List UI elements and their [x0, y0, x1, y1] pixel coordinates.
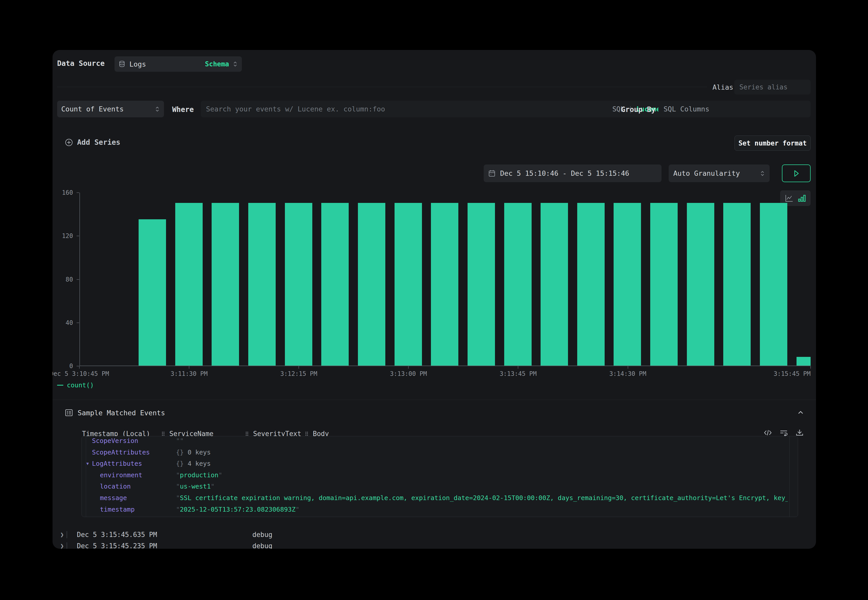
x-tick-mark: [628, 366, 628, 369]
json-row[interactable]: ▼LogAttributes{} 4 keys: [82, 458, 788, 469]
x-axis: Dec 5 3:10:45 PM3:11:30 PM3:12:15 PM3:13…: [79, 366, 810, 382]
bar: [431, 203, 458, 365]
schema-link[interactable]: Schema: [205, 60, 229, 68]
event-rows: ❯Dec 5 3:15:45.635 PMdebug❯Dec 5 3:15:45…: [53, 528, 816, 549]
bar: [285, 203, 312, 365]
bar: [504, 203, 532, 365]
aggregation-value: Count of Events: [61, 105, 124, 113]
json-row[interactable]: message"SSL certificate expiration warni…: [82, 492, 788, 504]
legend-series-label: count(): [67, 382, 94, 389]
bar: [175, 203, 203, 365]
add-series-button[interactable]: Add Series: [65, 138, 120, 147]
bar: [687, 203, 714, 365]
download-icon[interactable]: [795, 429, 804, 437]
x-tick-mark: [408, 366, 409, 369]
bar: [797, 357, 810, 365]
bar: [577, 203, 604, 365]
bar: [248, 203, 276, 365]
bar: [723, 203, 751, 365]
y-tick-mark: [77, 236, 79, 236]
x-tick-mark: [810, 366, 811, 369]
json-row[interactable]: timestamp"2025-12-05T13:57:23.082306893Z…: [82, 504, 788, 515]
collapse-section-icon[interactable]: [797, 409, 804, 416]
bar: [321, 203, 349, 365]
y-tick-mark: [77, 323, 79, 323]
aggregation-select[interactable]: Count of Events: [57, 101, 164, 117]
json-value: "production": [176, 470, 223, 481]
bar: [468, 203, 495, 365]
group-by-label: Group By: [621, 105, 656, 114]
time-range-value: Dec 5 15:10:46 - Dec 5 15:15:46: [500, 169, 629, 177]
alias-label: Alias: [712, 83, 733, 91]
json-row[interactable]: ScopeVersion"": [82, 436, 788, 447]
event-row[interactable]: ❯Dec 5 3:15:45.635 PMdebug: [53, 529, 816, 540]
calendar-icon: [488, 170, 495, 177]
x-tick-label: 3:15:45 PM: [774, 370, 811, 377]
row-severity-bar: [67, 542, 67, 549]
granularity-select[interactable]: Auto Granularity: [669, 165, 770, 182]
data-source-select[interactable]: Logs Schema: [115, 56, 242, 72]
y-tick-mark: [77, 366, 79, 367]
play-icon: [792, 169, 800, 178]
code-icon[interactable]: [763, 429, 772, 437]
database-icon: [119, 61, 125, 68]
expander-triangle-icon[interactable]: ▼: [86, 458, 89, 469]
y-tick-mark: [77, 192, 79, 193]
bar: [760, 203, 787, 365]
json-value: "us-west1": [176, 481, 215, 492]
y-axis: 04080120160: [53, 192, 79, 366]
json-key: LogAttributes: [92, 458, 142, 469]
group-by-box: [659, 101, 810, 117]
y-tick-label: 80: [53, 276, 73, 283]
chart-area: 04080120160 Dec 5 3:10:45 PM3:11:30 PM3:…: [53, 192, 816, 374]
set-number-format-button[interactable]: Set number format: [735, 135, 810, 151]
event-row[interactable]: ❯Dec 5 3:15:45.235 PMdebug: [53, 540, 816, 549]
add-series-label: Add Series: [77, 138, 120, 147]
expanded-event: ScopeVersion""ScopeAttributes{} 0 keys▼L…: [82, 436, 798, 517]
json-row[interactable]: environment"production": [82, 470, 788, 481]
y-tick-label: 0: [53, 362, 73, 370]
bar: [212, 203, 239, 365]
plus-circle-icon: [65, 138, 73, 147]
x-tick-label: 3:14:30 PM: [609, 370, 646, 377]
json-value: "": [176, 436, 184, 447]
events-toolbar: [763, 429, 804, 437]
search-input[interactable]: [201, 105, 612, 113]
x-tick-label: 3:12:15 PM: [280, 370, 317, 377]
run-query-button[interactable]: [782, 165, 810, 182]
alias-input[interactable]: [734, 83, 810, 91]
expand-row-icon[interactable]: ❯: [60, 540, 64, 549]
json-value: {} 0 keys: [176, 447, 211, 458]
json-key: message: [100, 492, 127, 504]
group-by-input[interactable]: [659, 105, 810, 113]
search-box: SQL | Lucene: [201, 101, 666, 117]
bar: [614, 203, 641, 365]
data-source-label: Data Source: [57, 59, 105, 68]
json-key: timestamp: [100, 504, 135, 515]
bar: [541, 203, 568, 365]
where-label: Where: [172, 105, 194, 114]
y-tick-label: 120: [53, 232, 73, 240]
events-section-title: Sample Matched Events: [78, 409, 165, 417]
time-range-picker[interactable]: Dec 5 15:10:46 - Dec 5 15:15:46: [484, 165, 662, 182]
json-value: "2025-12-05T13:57:23.082306893Z": [176, 504, 300, 515]
chevron-updown-icon: [233, 61, 238, 67]
divider: [57, 87, 707, 87]
x-tick-mark: [298, 366, 299, 369]
row-severity: debug: [252, 529, 272, 540]
chart-legend[interactable]: count(): [57, 382, 94, 389]
json-key: ScopeAttributes: [92, 447, 150, 458]
row-timestamp: Dec 5 3:15:45.235 PM: [77, 540, 157, 549]
json-row[interactable]: ScopeAttributes{} 0 keys: [82, 447, 788, 458]
x-tick-mark: [189, 366, 189, 369]
expand-row-icon[interactable]: ❯: [60, 529, 64, 540]
wrap-text-icon[interactable]: [779, 429, 788, 437]
json-row[interactable]: location"us-west1": [82, 481, 788, 492]
chart-plot: [79, 192, 810, 366]
y-tick-label: 160: [53, 189, 73, 197]
json-key: environment: [100, 470, 142, 481]
x-tick-label: Dec 5 3:10:45 PM: [53, 370, 109, 377]
chevron-updown-icon: [155, 106, 160, 112]
events-section-header[interactable]: Sample Matched Events: [65, 409, 165, 417]
x-tick-label: 3:11:30 PM: [171, 370, 208, 377]
